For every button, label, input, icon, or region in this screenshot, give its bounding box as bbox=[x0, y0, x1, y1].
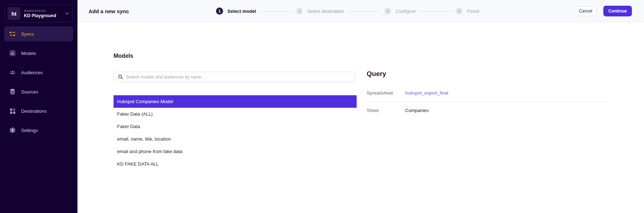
step-select-model[interactable]: 1 Select model bbox=[216, 7, 256, 15]
sidebar-nav: Syncs Models bbox=[0, 26, 77, 142]
hightouch-logo: ht bbox=[7, 7, 20, 20]
model-list-item[interactable]: email, name, title, location bbox=[114, 133, 357, 145]
query-rows: Spreadsheet hubspot_export_final Sheet C… bbox=[367, 84, 608, 119]
main-content: Models Hubspot Companies Model Faker Dat… bbox=[77, 22, 644, 213]
sidebar-item-settings[interactable]: Settings bbox=[4, 123, 73, 138]
step-label: Finish bbox=[467, 9, 479, 14]
sidebar: ht WORKSPACE KD Playground Sy bbox=[0, 0, 77, 213]
cancel-button[interactable]: Cancel bbox=[574, 6, 597, 16]
sidebar-item-audiences[interactable]: Audiences bbox=[4, 65, 73, 80]
page-title: Add a new sync bbox=[89, 0, 129, 22]
model-list-item[interactable]: KD FAKE DATA ALL bbox=[114, 158, 357, 170]
syncs-icon bbox=[9, 31, 16, 37]
step-connector bbox=[260, 11, 292, 11]
step-finish[interactable]: 4 Finish bbox=[456, 7, 479, 15]
model-list: Hubspot Companies Model Faker Data (ALL)… bbox=[114, 95, 357, 170]
models-icon bbox=[9, 50, 16, 56]
header-actions: Cancel Continue bbox=[574, 0, 632, 22]
step-label: Select model bbox=[227, 9, 256, 14]
sidebar-item-label: Syncs bbox=[21, 31, 34, 37]
workspace-text: WORKSPACE KD Playground bbox=[24, 9, 65, 18]
query-row-value: Companies bbox=[405, 108, 429, 113]
workspace-selector[interactable]: ht WORKSPACE KD Playground bbox=[5, 5, 73, 22]
step-number: 2 bbox=[296, 7, 303, 15]
continue-button[interactable]: Continue bbox=[603, 6, 632, 16]
sources-icon bbox=[9, 88, 16, 95]
query-heading: Query bbox=[367, 70, 608, 78]
header: Add a new sync 1 Select model 2 Select d… bbox=[77, 0, 644, 22]
sidebar-item-models[interactable]: Models bbox=[4, 46, 73, 61]
workspace-label: WORKSPACE bbox=[24, 9, 65, 12]
spreadsheet-link[interactable]: hubspot_export_final bbox=[405, 90, 448, 96]
sidebar-item-label: Audiences bbox=[21, 70, 43, 75]
step-select-destination[interactable]: 2 Select destination bbox=[296, 7, 344, 15]
step-label: Configure bbox=[396, 9, 416, 14]
sidebar-item-label: Models bbox=[21, 51, 36, 56]
search-icon bbox=[118, 75, 123, 79]
sidebar-item-label: Destinations bbox=[21, 108, 47, 114]
step-number: 4 bbox=[456, 7, 463, 15]
sidebar-item-label: Settings bbox=[21, 128, 38, 133]
search-input-wrapper bbox=[114, 72, 355, 82]
step-label: Select destination bbox=[307, 9, 344, 14]
sidebar-item-label: Sources bbox=[21, 89, 38, 95]
query-panel: Query Spreadsheet hubspot_export_final S… bbox=[367, 70, 608, 119]
step-number: 1 bbox=[216, 7, 223, 15]
step-connector bbox=[348, 11, 381, 11]
workspace-name: KD Playground bbox=[24, 13, 65, 18]
model-list-item[interactable]: Hubspot Companies Model bbox=[114, 95, 357, 108]
gear-icon bbox=[9, 127, 16, 133]
step-connector bbox=[419, 11, 452, 11]
chevron-down-icon bbox=[65, 12, 69, 15]
search-input[interactable] bbox=[126, 75, 351, 80]
query-row-label: Sheet bbox=[367, 108, 405, 113]
step-configure[interactable]: 3 Configure bbox=[384, 7, 416, 15]
app-root: ht WORKSPACE KD Playground Sy bbox=[0, 0, 644, 213]
sidebar-item-destinations[interactable]: Destinations bbox=[4, 103, 73, 118]
model-list-item[interactable]: Faker Data bbox=[114, 120, 357, 133]
sidebar-item-syncs[interactable]: Syncs bbox=[4, 26, 73, 41]
query-row-sheet: Sheet Companies bbox=[367, 102, 608, 119]
stepper: 1 Select model 2 Select destination 3 Co… bbox=[216, 0, 479, 22]
model-list-item[interactable]: Faker Data (ALL) bbox=[114, 108, 357, 120]
audiences-icon bbox=[9, 69, 16, 76]
sidebar-item-sources[interactable]: Sources bbox=[4, 84, 73, 99]
step-number: 3 bbox=[384, 7, 391, 15]
query-row-spreadsheet: Spreadsheet hubspot_export_final bbox=[367, 84, 608, 102]
model-list-item[interactable]: email and phone from fake data bbox=[114, 145, 357, 158]
destinations-icon bbox=[9, 108, 16, 114]
models-heading: Models bbox=[114, 53, 133, 59]
query-row-label: Spreadsheet bbox=[367, 90, 405, 96]
